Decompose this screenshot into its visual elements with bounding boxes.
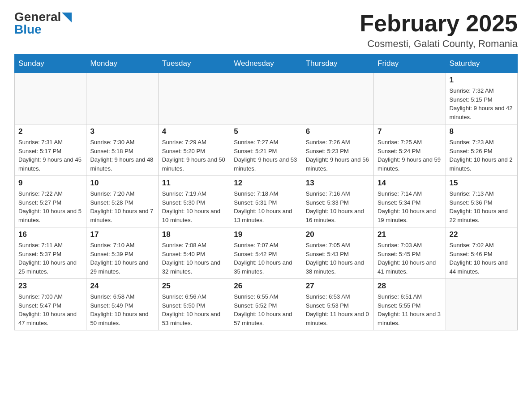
table-row: 10Sunrise: 7:20 AMSunset: 5:28 PMDayligh… [86, 176, 158, 227]
day-info: Sunrise: 7:20 AMSunset: 5:28 PMDaylight:… [90, 189, 154, 224]
day-number: 17 [90, 230, 154, 239]
day-info: Sunrise: 7:29 AMSunset: 5:20 PMDaylight:… [162, 138, 226, 173]
calendar-week-row: 9Sunrise: 7:22 AMSunset: 5:27 PMDaylight… [15, 176, 518, 227]
day-number: 5 [234, 127, 298, 136]
day-info: Sunrise: 6:55 AMSunset: 5:52 PMDaylight:… [234, 292, 298, 327]
table-row [230, 73, 302, 124]
calendar-week-row: 1Sunrise: 7:32 AMSunset: 5:15 PMDaylight… [15, 73, 518, 124]
table-row: 11Sunrise: 7:19 AMSunset: 5:30 PMDayligh… [158, 176, 230, 227]
col-saturday: Saturday [446, 55, 517, 73]
col-thursday: Thursday [302, 55, 373, 73]
table-row: 1Sunrise: 7:32 AMSunset: 5:15 PMDaylight… [446, 73, 517, 124]
table-row: 27Sunrise: 6:53 AMSunset: 5:53 PMDayligh… [302, 279, 373, 330]
calendar-table: Sunday Monday Tuesday Wednesday Thursday… [14, 54, 518, 330]
day-number: 24 [90, 282, 154, 291]
location-title: Cosmesti, Galati County, Romania [360, 38, 518, 50]
day-info: Sunrise: 6:56 AMSunset: 5:50 PMDaylight:… [162, 292, 226, 327]
logo-blue-text: Blue [14, 23, 42, 36]
table-row: 4Sunrise: 7:29 AMSunset: 5:20 PMDaylight… [158, 124, 230, 176]
day-info: Sunrise: 7:11 AMSunset: 5:37 PMDaylight:… [18, 241, 82, 276]
day-info: Sunrise: 6:58 AMSunset: 5:49 PMDaylight:… [90, 292, 154, 327]
calendar-header-row: Sunday Monday Tuesday Wednesday Thursday… [15, 55, 518, 73]
table-row [446, 279, 517, 330]
table-row: 8Sunrise: 7:23 AMSunset: 5:26 PMDaylight… [446, 124, 517, 176]
day-info: Sunrise: 7:22 AMSunset: 5:27 PMDaylight:… [18, 189, 82, 224]
day-number: 14 [378, 179, 442, 188]
day-info: Sunrise: 7:13 AMSunset: 5:36 PMDaylight:… [450, 189, 514, 224]
day-number: 1 [450, 76, 514, 85]
logo-general-text: General [14, 11, 61, 23]
col-sunday: Sunday [15, 55, 86, 73]
table-row: 22Sunrise: 7:02 AMSunset: 5:46 PMDayligh… [446, 227, 517, 279]
day-number: 12 [234, 179, 298, 188]
month-title: February 2025 [360, 11, 518, 36]
table-row: 16Sunrise: 7:11 AMSunset: 5:37 PMDayligh… [15, 227, 86, 279]
table-row: 20Sunrise: 7:05 AMSunset: 5:43 PMDayligh… [302, 227, 373, 279]
day-info: Sunrise: 7:32 AMSunset: 5:15 PMDaylight:… [450, 86, 514, 121]
table-row: 18Sunrise: 7:08 AMSunset: 5:40 PMDayligh… [158, 227, 230, 279]
table-row: 25Sunrise: 6:56 AMSunset: 5:50 PMDayligh… [158, 279, 230, 330]
table-row: 13Sunrise: 7:16 AMSunset: 5:33 PMDayligh… [302, 176, 373, 227]
day-info: Sunrise: 7:26 AMSunset: 5:23 PMDaylight:… [306, 138, 370, 173]
page-header: General Blue February 2025 Cosmesti, Gal… [14, 11, 518, 50]
day-info: Sunrise: 6:51 AMSunset: 5:55 PMDaylight:… [378, 292, 442, 327]
table-row [374, 73, 446, 124]
table-row: 28Sunrise: 6:51 AMSunset: 5:55 PMDayligh… [374, 279, 446, 330]
table-row [302, 73, 373, 124]
table-row: 24Sunrise: 6:58 AMSunset: 5:49 PMDayligh… [86, 279, 158, 330]
table-row: 9Sunrise: 7:22 AMSunset: 5:27 PMDaylight… [15, 176, 86, 227]
day-info: Sunrise: 7:23 AMSunset: 5:26 PMDaylight:… [450, 138, 514, 173]
day-number: 10 [90, 179, 154, 188]
day-number: 27 [306, 282, 370, 291]
day-info: Sunrise: 7:00 AMSunset: 5:47 PMDaylight:… [18, 292, 82, 327]
day-info: Sunrise: 7:07 AMSunset: 5:42 PMDaylight:… [234, 241, 298, 276]
day-info: Sunrise: 7:31 AMSunset: 5:17 PMDaylight:… [18, 138, 82, 173]
day-number: 4 [162, 127, 226, 136]
day-info: Sunrise: 6:53 AMSunset: 5:53 PMDaylight:… [306, 292, 370, 327]
day-number: 28 [378, 282, 442, 291]
day-info: Sunrise: 7:05 AMSunset: 5:43 PMDaylight:… [306, 241, 370, 276]
calendar-week-row: 23Sunrise: 7:00 AMSunset: 5:47 PMDayligh… [15, 279, 518, 330]
table-row: 17Sunrise: 7:10 AMSunset: 5:39 PMDayligh… [86, 227, 158, 279]
day-info: Sunrise: 7:16 AMSunset: 5:33 PMDaylight:… [306, 189, 370, 224]
table-row: 19Sunrise: 7:07 AMSunset: 5:42 PMDayligh… [230, 227, 302, 279]
day-number: 6 [306, 127, 370, 136]
day-number: 11 [162, 179, 226, 188]
col-wednesday: Wednesday [230, 55, 302, 73]
day-info: Sunrise: 7:18 AMSunset: 5:31 PMDaylight:… [234, 189, 298, 224]
table-row: 23Sunrise: 7:00 AMSunset: 5:47 PMDayligh… [15, 279, 86, 330]
logo: General Blue [14, 11, 72, 36]
day-number: 25 [162, 282, 226, 291]
day-number: 13 [306, 179, 370, 188]
day-number: 8 [450, 127, 514, 136]
table-row: 7Sunrise: 7:25 AMSunset: 5:24 PMDaylight… [374, 124, 446, 176]
calendar-week-row: 2Sunrise: 7:31 AMSunset: 5:17 PMDaylight… [15, 124, 518, 176]
col-friday: Friday [374, 55, 446, 73]
day-number: 22 [450, 230, 514, 239]
day-number: 16 [18, 230, 82, 239]
svg-marker-0 [62, 13, 72, 22]
table-row: 5Sunrise: 7:27 AMSunset: 5:21 PMDaylight… [230, 124, 302, 176]
day-number: 15 [450, 179, 514, 188]
table-row: 3Sunrise: 7:30 AMSunset: 5:18 PMDaylight… [86, 124, 158, 176]
table-row: 6Sunrise: 7:26 AMSunset: 5:23 PMDaylight… [302, 124, 373, 176]
title-block: February 2025 Cosmesti, Galati County, R… [360, 11, 518, 50]
day-info: Sunrise: 7:03 AMSunset: 5:45 PMDaylight:… [378, 241, 442, 276]
day-number: 2 [18, 127, 82, 136]
day-number: 7 [378, 127, 442, 136]
day-number: 20 [306, 230, 370, 239]
table-row: 15Sunrise: 7:13 AMSunset: 5:36 PMDayligh… [446, 176, 517, 227]
table-row [158, 73, 230, 124]
day-info: Sunrise: 7:25 AMSunset: 5:24 PMDaylight:… [378, 138, 442, 173]
day-number: 26 [234, 282, 298, 291]
day-info: Sunrise: 7:14 AMSunset: 5:34 PMDaylight:… [378, 189, 442, 224]
table-row: 12Sunrise: 7:18 AMSunset: 5:31 PMDayligh… [230, 176, 302, 227]
day-info: Sunrise: 7:27 AMSunset: 5:21 PMDaylight:… [234, 138, 298, 173]
day-number: 9 [18, 179, 82, 188]
table-row: 26Sunrise: 6:55 AMSunset: 5:52 PMDayligh… [230, 279, 302, 330]
table-row: 2Sunrise: 7:31 AMSunset: 5:17 PMDaylight… [15, 124, 86, 176]
col-tuesday: Tuesday [158, 55, 230, 73]
day-number: 19 [234, 230, 298, 239]
logo-arrow-icon [62, 13, 72, 22]
day-info: Sunrise: 7:02 AMSunset: 5:46 PMDaylight:… [450, 241, 514, 276]
